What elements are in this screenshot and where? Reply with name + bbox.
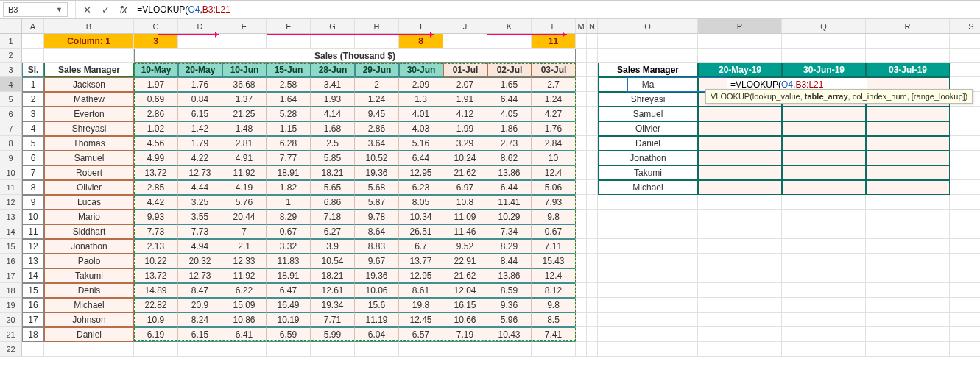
cell[interactable] — [587, 254, 598, 268]
col-header[interactable]: O — [598, 19, 698, 33]
cell-value[interactable]: 6.47 — [267, 283, 311, 298]
cell[interactable] — [587, 298, 598, 313]
header-date[interactable]: 10-May — [134, 63, 178, 77]
row-header[interactable]: 1 — [0, 34, 22, 49]
cell[interactable] — [587, 121, 598, 136]
cell-value[interactable]: 6.28 — [267, 136, 311, 151]
cell-value[interactable]: 7.93 — [532, 195, 576, 210]
cell-value[interactable]: 12.61 — [311, 283, 355, 298]
row-header[interactable]: 6 — [0, 107, 22, 121]
cell-value[interactable]: 10.86 — [222, 313, 267, 327]
cell[interactable] — [598, 254, 698, 268]
cell[interactable] — [178, 34, 222, 49]
rcell-mgr[interactable]: Samuel — [598, 107, 698, 121]
cell-value[interactable]: 2.07 — [443, 77, 487, 92]
cell-value[interactable]: 22.91 — [443, 254, 487, 268]
cell[interactable] — [576, 210, 587, 224]
cell[interactable] — [22, 342, 44, 357]
cell[interactable] — [576, 180, 587, 195]
cell-value[interactable]: 7.73 — [178, 224, 222, 239]
cell-value[interactable]: 10.22 — [134, 254, 178, 268]
cell-value[interactable]: 1.24 — [532, 92, 576, 107]
cell-value[interactable]: 19.36 — [355, 165, 399, 180]
cell[interactable] — [134, 342, 178, 357]
cell[interactable] — [782, 210, 866, 224]
cell-value[interactable]: 4.01 — [399, 107, 443, 121]
cell-value[interactable]: 8.05 — [399, 195, 443, 210]
cell[interactable] — [950, 342, 980, 357]
cell[interactable] — [44, 342, 134, 357]
cell-value[interactable]: 4.42 — [134, 195, 178, 210]
cell-mgr[interactable]: Olivier — [44, 180, 134, 195]
rcell[interactable] — [782, 151, 866, 165]
chevron-down-icon[interactable]: ▼ — [56, 6, 63, 13]
row-header[interactable]: 16 — [0, 254, 22, 268]
row-header[interactable]: 15 — [0, 239, 22, 254]
col-header[interactable]: D — [178, 19, 222, 33]
cell-value[interactable]: 1.82 — [267, 180, 311, 195]
cell-value[interactable]: 1.37 — [222, 92, 267, 107]
col-header[interactable]: C — [134, 19, 178, 33]
rcell[interactable] — [782, 165, 866, 180]
cell[interactable] — [587, 49, 598, 63]
row-header[interactable]: 14 — [0, 224, 22, 239]
cell-value[interactable]: 1.76 — [178, 77, 222, 92]
cell[interactable] — [576, 239, 587, 254]
cell-value[interactable]: 10.19 — [267, 313, 311, 327]
col-header[interactable]: L — [532, 19, 576, 33]
cell[interactable] — [950, 268, 980, 283]
cell-sl[interactable]: 6 — [22, 151, 44, 165]
cell[interactable] — [587, 283, 598, 298]
rcell[interactable] — [698, 136, 782, 151]
cell-value[interactable]: 10 — [532, 151, 576, 165]
cell-value[interactable]: 11.83 — [267, 254, 311, 268]
rcell-mgr[interactable]: Daniel — [598, 136, 698, 151]
cell-value[interactable]: 21.62 — [443, 165, 487, 180]
cell[interactable] — [22, 34, 44, 49]
col-header[interactable]: S — [950, 19, 980, 33]
cell-mgr[interactable]: Lucas — [44, 195, 134, 210]
cell-value[interactable]: 11.41 — [487, 195, 532, 210]
cancel-icon[interactable]: ✕ — [83, 4, 91, 15]
cell-value[interactable]: 13.77 — [399, 254, 443, 268]
cell-value[interactable]: 10.8 — [443, 195, 487, 210]
cell[interactable]: 11 — [532, 34, 576, 49]
cell[interactable] — [866, 224, 950, 239]
cell[interactable] — [782, 298, 866, 313]
cell-value[interactable]: 1.15 — [267, 121, 311, 136]
cell[interactable] — [576, 107, 587, 121]
cell[interactable] — [355, 34, 399, 49]
rcell-mgr[interactable]: Shreyasi — [598, 92, 698, 107]
cell-sl[interactable]: 3 — [22, 107, 44, 121]
cell-value[interactable]: 9.78 — [355, 210, 399, 224]
col-header[interactable]: I — [399, 19, 443, 33]
cell-value[interactable]: 1.91 — [443, 92, 487, 107]
cell-value[interactable]: 2 — [355, 77, 399, 92]
cell[interactable] — [22, 49, 44, 63]
cell[interactable] — [576, 63, 587, 77]
fx-icon[interactable]: fx — [120, 4, 127, 15]
cell-value[interactable]: 7.77 — [267, 151, 311, 165]
cell-value[interactable]: 18.91 — [267, 268, 311, 283]
cell[interactable] — [866, 313, 950, 327]
cell[interactable] — [587, 92, 598, 107]
header-date[interactable]: 10-Jun — [222, 63, 267, 77]
cell-mgr[interactable]: Mario — [44, 210, 134, 224]
cell-value[interactable]: 11.92 — [222, 165, 267, 180]
cell-value[interactable]: 2.5 — [311, 136, 355, 151]
cell[interactable] — [598, 313, 698, 327]
cell-value[interactable]: 2.73 — [487, 136, 532, 151]
row-header[interactable]: 20 — [0, 313, 22, 327]
row-header[interactable]: 19 — [0, 298, 22, 313]
cell[interactable] — [576, 268, 587, 283]
rcell-mgr[interactable]: Jonathon — [598, 151, 698, 165]
merged-title[interactable]: Sales (Thousand $) — [134, 49, 576, 63]
cell-value[interactable]: 12.04 — [443, 283, 487, 298]
cell[interactable] — [311, 342, 355, 357]
cell[interactable] — [587, 268, 598, 283]
cell-value[interactable]: 4.22 — [178, 151, 222, 165]
cell-value[interactable]: 15.43 — [532, 254, 576, 268]
cell[interactable] — [587, 151, 598, 165]
cell[interactable]: 8 — [399, 34, 443, 49]
cell-value[interactable]: 9.67 — [355, 254, 399, 268]
